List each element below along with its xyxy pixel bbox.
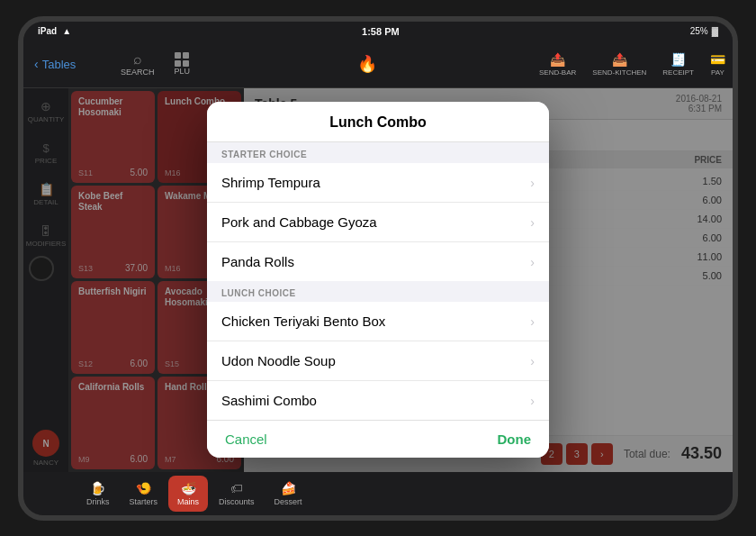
mains-label: Mains [177, 497, 199, 506]
receipt-icon: 🧾 [670, 52, 686, 67]
chicken-teriyaki-chevron-icon: › [530, 314, 535, 329]
bottom-bar: 🍺 Drinks 🍤 Starters 🍜 Mains 🏷 Discounts … [23, 472, 733, 515]
pork-gyoza-item[interactable]: Pork and Cabbage Gyoza › [207, 203, 549, 242]
dessert-tab[interactable]: 🍰 Dessert [266, 476, 311, 512]
top-nav: ‹ Tables ⌕ SEARCH PLU 🔥 📤 SEND-BAR 📤 SEN… [23, 41, 733, 88]
back-chevron-icon: ‹ [34, 57, 39, 71]
dessert-label: Dessert [274, 497, 302, 506]
chicken-teriyaki-label: Chicken Teriyaki Bento Box [221, 313, 385, 329]
drinks-tab[interactable]: 🍺 Drinks [77, 476, 119, 512]
search-icon: ⌕ [133, 51, 142, 68]
shrimp-tempura-chevron-icon: › [530, 176, 535, 190]
modal-body: STARTER CHOICE Shrimp Tempura › Pork and… [207, 142, 549, 420]
modal-title: Lunch Combo [329, 114, 427, 130]
send-kitchen-button[interactable]: 📤 SEND-KITCHEN [585, 52, 653, 77]
drinks-icon: 🍺 [90, 481, 105, 495]
panda-rolls-item[interactable]: Panda Rolls › [207, 242, 549, 281]
starters-tab[interactable]: 🍤 Starters [121, 476, 167, 512]
udon-noodle-chevron-icon: › [530, 354, 535, 368]
plu-button[interactable]: PLU [162, 52, 203, 76]
discounts-tab[interactable]: 🏷 Discounts [210, 476, 264, 512]
cancel-button[interactable]: Cancel [225, 432, 267, 447]
panda-rolls-label: Panda Rolls [221, 254, 294, 269]
lunch-section-header: LUNCH CHOICE [207, 281, 549, 302]
pay-label: PAY [711, 68, 724, 77]
pay-button[interactable]: 💳 PAY [703, 52, 733, 77]
nav-logo-area: 🔥 [202, 54, 532, 74]
receipt-label: RECEIPT [662, 68, 694, 77]
lunch-combo-modal: Lunch Combo STARTER CHOICE Shrimp Tempur… [207, 102, 549, 458]
battery-percent: 25% [690, 26, 708, 36]
mains-tab[interactable]: 🍜 Mains [168, 476, 208, 512]
dessert-icon: 🍰 [281, 481, 296, 495]
starters-label: Starters [130, 497, 158, 506]
search-button[interactable]: ⌕ SEARCH [113, 51, 162, 77]
back-button[interactable]: ‹ Tables [23, 57, 113, 71]
grid-icon [175, 52, 189, 67]
udon-noodle-label: Udon Noodle Soup [221, 353, 336, 368]
sashimi-combo-chevron-icon: › [530, 394, 535, 408]
modal-footer: Cancel Done [207, 420, 549, 458]
starters-icon: 🍤 [136, 481, 151, 495]
send-bar-icon: 📤 [550, 52, 565, 67]
pay-icon: 💳 [710, 52, 725, 67]
sashimi-combo-label: Sashimi Combo [221, 393, 317, 408]
lunch-list: Chicken Teriyaki Bento Box › Udon Noodle… [207, 302, 549, 420]
battery-icon: ▓ [712, 26, 718, 36]
receipt-button[interactable]: 🧾 RECEIPT [655, 52, 701, 77]
nav-actions: 📤 SEND-BAR 📤 SEND-KITCHEN 🧾 RECEIPT 💳 PA… [532, 52, 733, 77]
starter-list: Shrimp Tempura › Pork and Cabbage Gyoza … [207, 163, 549, 281]
mains-icon: 🍜 [181, 481, 196, 495]
time-display: 1:58 PM [362, 26, 400, 37]
send-kitchen-label: SEND-KITCHEN [592, 68, 646, 77]
shrimp-tempura-item[interactable]: Shrimp Tempura › [207, 163, 549, 203]
wifi-icon: ▲ [62, 26, 71, 36]
send-bar-label: SEND-BAR [539, 68, 576, 77]
pork-gyoza-chevron-icon: › [530, 215, 535, 230]
modal-header: Lunch Combo [207, 102, 549, 142]
sashimi-combo-item[interactable]: Sashimi Combo › [207, 381, 549, 420]
discounts-label: Discounts [219, 497, 255, 506]
send-kitchen-icon: 📤 [612, 52, 627, 67]
search-label: SEARCH [121, 68, 155, 77]
device-label: iPad [38, 26, 57, 36]
send-bar-button[interactable]: 📤 SEND-BAR [532, 52, 583, 77]
discounts-icon: 🏷 [230, 481, 243, 495]
pork-gyoza-label: Pork and Cabbage Gyoza [221, 214, 377, 230]
modal-overlay: Lunch Combo STARTER CHOICE Shrimp Tempur… [23, 88, 733, 472]
main-content: ⊕ QUANTITY $ PRICE 📋 DETAIL 🎛 MODIFIERS … [23, 88, 733, 472]
udon-noodle-item[interactable]: Udon Noodle Soup › [207, 341, 549, 381]
ipad-frame: iPad ▲ 1:58 PM 25% ▓ ‹ Tables ⌕ SEARCH P… [18, 16, 738, 521]
panda-rolls-chevron-icon: › [530, 255, 535, 269]
drinks-label: Drinks [86, 497, 110, 506]
starter-section-header: STARTER CHOICE [207, 142, 549, 163]
logo-icon: 🔥 [357, 54, 377, 74]
plu-label: PLU [175, 67, 191, 76]
back-label: Tables [42, 58, 76, 71]
status-bar: iPad ▲ 1:58 PM 25% ▓ [23, 22, 733, 41]
shrimp-tempura-label: Shrimp Tempura [221, 175, 320, 190]
done-button[interactable]: Done [498, 432, 532, 447]
chicken-teriyaki-item[interactable]: Chicken Teriyaki Bento Box › [207, 302, 549, 341]
